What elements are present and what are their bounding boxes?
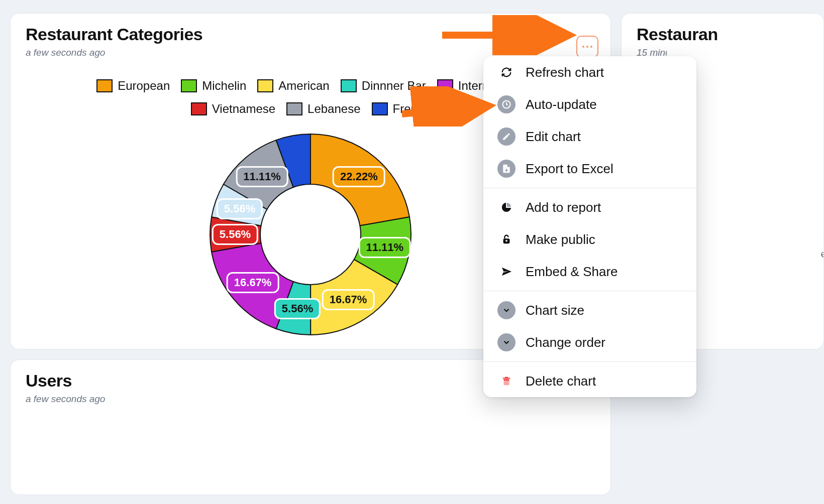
- slice-label: 5.56%: [217, 198, 263, 219]
- legend-label: American: [278, 79, 329, 93]
- legend-item[interactable]: European: [96, 79, 170, 93]
- legend-label: Vietnamese: [212, 102, 275, 116]
- menu-item-label: Change order: [526, 335, 605, 350]
- legend-swatch: [96, 79, 113, 92]
- slice-label: 11.11%: [236, 166, 288, 187]
- legend-item[interactable]: Vietnamese: [191, 102, 275, 116]
- right-card-annotation-2: ers …: [818, 239, 824, 260]
- legend-item[interactable]: French: [372, 102, 431, 116]
- legend-label: Dinnner Bar: [362, 79, 426, 93]
- slice-label: 16.67%: [227, 272, 279, 293]
- svg-point-2: [505, 240, 507, 242]
- legend-item[interactable]: Lebanese: [286, 102, 360, 116]
- menu-item-change-order[interactable]: Change order: [483, 326, 696, 358]
- legend-item[interactable]: American: [257, 79, 329, 93]
- menu-item-refresh-chart[interactable]: Refresh chart: [483, 56, 696, 88]
- chart-actions-menu: Refresh chartAuto-updateEdit chartExport…: [483, 56, 696, 397]
- menu-item-label: Refresh chart: [526, 65, 604, 80]
- card-title: Restaurant Categories: [26, 25, 595, 44]
- card-title: Restauran: [637, 25, 808, 44]
- legend-swatch: [191, 102, 207, 115]
- excel-icon: [497, 160, 516, 178]
- chevron-down-icon: [497, 301, 516, 319]
- legend-item[interactable]: Dinnner Bar: [341, 79, 426, 93]
- legend-label: French: [393, 102, 431, 116]
- menu-item-label: Edit chart: [526, 129, 581, 145]
- legend-label: Michelin: [202, 79, 246, 93]
- legend-swatch: [257, 79, 273, 92]
- menu-item-label: Export to Excel: [526, 161, 613, 177]
- chart-more-button[interactable]: [576, 36, 598, 58]
- menu-item-label: Auto-update: [526, 97, 597, 112]
- legend-swatch: [437, 79, 453, 92]
- legend-label: European: [118, 79, 170, 93]
- pie-icon: [497, 198, 516, 216]
- send-icon: [497, 263, 516, 281]
- legend-label: Lebanese: [307, 102, 360, 116]
- menu-item-auto-update[interactable]: Auto-update: [483, 88, 696, 120]
- menu-item-embed-share[interactable]: Embed & Share: [483, 256, 696, 288]
- menu-item-label: Embed & Share: [526, 264, 618, 280]
- chevron-down-icon: [497, 333, 516, 351]
- refresh-icon: [497, 63, 516, 81]
- slice-label: 5.56%: [274, 298, 321, 319]
- trash-icon: [497, 372, 516, 390]
- svg-rect-4: [504, 379, 509, 381]
- legend-swatch: [181, 79, 197, 92]
- slice-label: 22.22%: [333, 166, 385, 187]
- menu-item-label: Make public: [526, 232, 595, 247]
- legend-item[interactable]: Michelin: [181, 79, 246, 93]
- menu-item-label: Delete chart: [526, 373, 596, 389]
- slice-label: 16.67%: [322, 289, 375, 310]
- menu-item-label: Chart size: [526, 303, 584, 318]
- legend-swatch: [341, 79, 357, 92]
- legend-swatch: [372, 102, 388, 115]
- donut-chart: 22.22%11.11%16.67%5.56%16.67%5.56%5.56%1…: [205, 129, 416, 340]
- menu-item-export-to-excel[interactable]: Export to Excel: [483, 153, 696, 185]
- menu-item-edit-chart[interactable]: Edit chart: [483, 120, 696, 153]
- clock-icon: [497, 95, 516, 113]
- right-card-annotation-1: oft …: [821, 225, 824, 244]
- lock-icon: [497, 230, 516, 248]
- edit-icon: [497, 128, 516, 146]
- slice-label: 11.11%: [358, 237, 411, 258]
- menu-item-delete-chart[interactable]: Delete chart: [483, 365, 696, 397]
- slice-label: 5.56%: [212, 224, 258, 245]
- menu-item-label: Add to report: [526, 200, 601, 215]
- menu-item-chart-size[interactable]: Chart size: [483, 294, 696, 326]
- menu-item-add-to-report[interactable]: Add to report: [483, 191, 696, 223]
- legend-swatch: [286, 102, 302, 115]
- menu-item-make-public[interactable]: Make public: [483, 223, 696, 256]
